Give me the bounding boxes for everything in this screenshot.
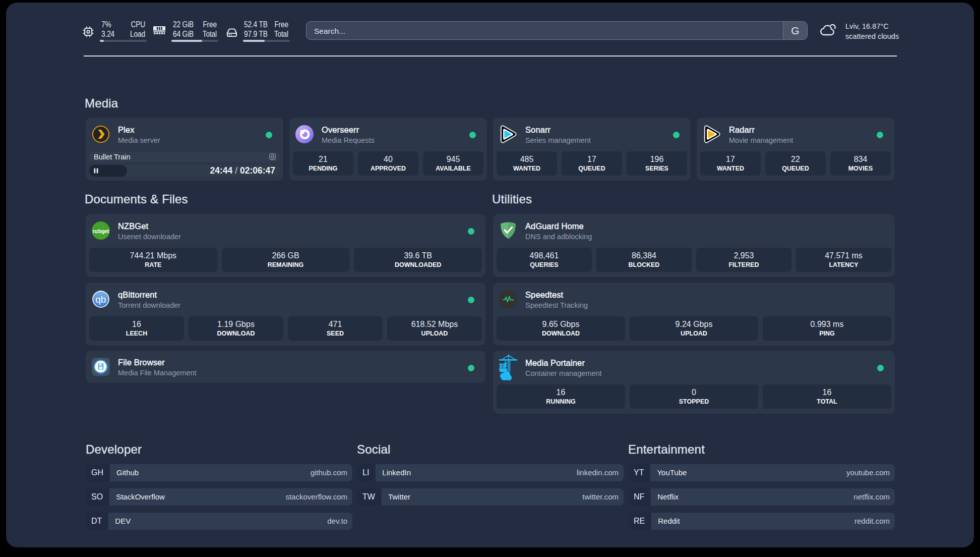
svg-text:qb: qb bbox=[95, 294, 106, 305]
svg-text:nzbget: nzbget bbox=[93, 228, 109, 234]
